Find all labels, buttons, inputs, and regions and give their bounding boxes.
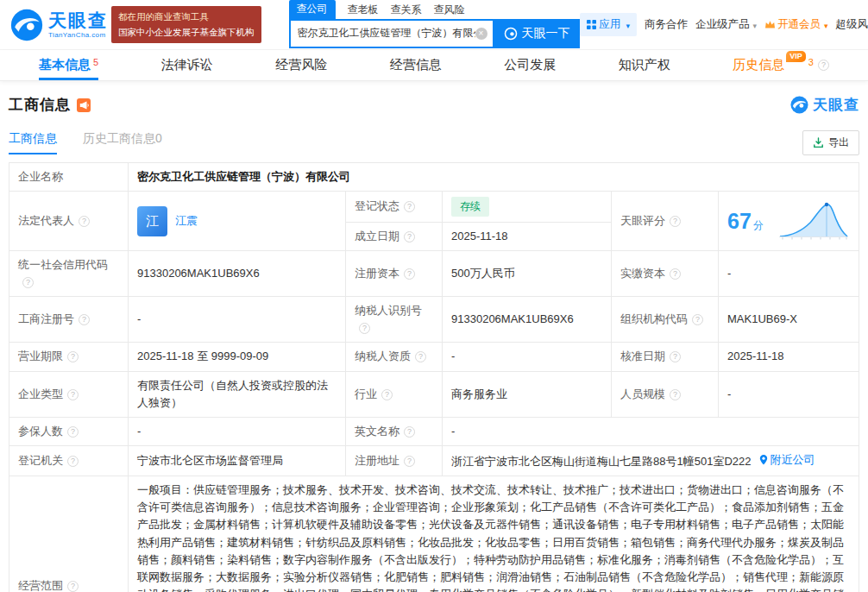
registration-subtabs: 工商信息 历史工商信息0 导出 [9, 130, 859, 155]
field-label-approval-date: 核准日期 [612, 343, 719, 371]
field-label-term: 营业期限 [9, 343, 129, 371]
legal-rep-link[interactable]: 江震 [175, 212, 198, 230]
watermark-logo: 天眼查 [790, 95, 859, 115]
tab-intellectual-property-label: 知识产权 [619, 57, 670, 73]
tab-company-development-label: 公司发展 [504, 57, 556, 73]
staff-size-value: - [719, 371, 859, 417]
field-label-legal-rep: 法定代表人 [9, 192, 129, 251]
help-icon[interactable] [692, 314, 703, 325]
field-label-staff-size: 人员规模 [612, 371, 719, 417]
reg-no-value: - [129, 297, 346, 343]
score-trend-chart [777, 200, 850, 242]
field-label-text: 登记机关 [18, 454, 63, 467]
export-icon [813, 137, 824, 148]
company-type-value: 有限责任公司（自然人投资或控股的法人独资） [129, 371, 346, 417]
help-icon[interactable] [404, 456, 415, 467]
reg-capital-value: 500万人民币 [443, 250, 612, 296]
field-label-text: 实缴资本 [620, 267, 665, 280]
search-tab-company[interactable]: 查公司 [289, 0, 336, 19]
subtab-history-registration[interactable]: 历史工商信息0 [83, 131, 162, 154]
help-icon[interactable] [404, 231, 415, 242]
tab-business-info[interactable]: 经营信息 [390, 50, 442, 80]
header-right-menu: 应用 商务合作 企业级产品 开通会员 超级风.. [580, 13, 868, 36]
help-icon[interactable] [670, 351, 681, 362]
search-tab-risk[interactable]: 查风险 [434, 3, 465, 19]
subtab-business-registration[interactable]: 工商信息 [9, 131, 57, 154]
grid-icon [587, 20, 596, 29]
help-icon[interactable] [404, 268, 415, 280]
tab-company-development[interactable]: 公司发展 [504, 50, 556, 80]
score-cell: 67分 [719, 192, 859, 251]
open-vip-menu[interactable]: 开通会员 [764, 17, 828, 32]
info-icon[interactable] [818, 60, 829, 71]
help-icon[interactable] [415, 351, 426, 362]
field-label-text: 参保人数 [18, 425, 63, 438]
field-label-text: 行业 [355, 387, 377, 400]
search-tab-relation[interactable]: 查关系 [391, 3, 422, 19]
help-icon[interactable] [67, 389, 79, 400]
field-label-org-code: 组织机构代码 [612, 297, 719, 343]
help-icon[interactable] [381, 389, 393, 400]
field-label-text: 天眼评分 [620, 214, 665, 227]
table-row: 法定代表人 江 江震 登记状态 存续 天眼评分 67分 [9, 192, 859, 223]
field-label-industry: 行业 [346, 371, 443, 417]
logo-text-block: 天眼查 TianYanCha.com [48, 11, 108, 39]
search-input[interactable] [298, 28, 475, 40]
help-icon[interactable] [79, 314, 90, 325]
logo-text: 天眼查 [48, 11, 108, 29]
help-icon[interactable] [670, 268, 681, 280]
export-button[interactable]: 导出 [802, 130, 859, 155]
taxpayer-quality-value: - [443, 343, 612, 371]
super-risk-link[interactable]: 超级风.. [836, 17, 868, 32]
field-label-address: 注册地址 [346, 446, 443, 476]
field-label-text: 工商注册号 [18, 312, 74, 325]
clear-search-icon[interactable] [475, 28, 487, 40]
field-label-status: 登记状态 [346, 192, 443, 223]
field-label-text: 人员规模 [620, 387, 665, 400]
apps-menu-button[interactable]: 应用 [580, 13, 638, 36]
table-row: 企业类型 有限责任公司（自然人投资或控股的法人独资） 行业 商务服务业 人员规模… [9, 371, 859, 417]
uscc-value: 91330206MAK1UB69X6 [129, 250, 346, 296]
field-label-insured: 参保人数 [9, 417, 129, 445]
tab-intellectual-property[interactable]: 知识产权 [619, 50, 670, 80]
watermark-logo-icon [790, 96, 808, 114]
help-icon[interactable] [67, 426, 79, 438]
apps-label: 应用 [600, 17, 621, 32]
field-label-text: 登记状态 [355, 199, 399, 212]
chevron-down-icon [625, 19, 631, 31]
avatar[interactable]: 江 [137, 206, 167, 236]
tab-operational-risk[interactable]: 经营风险 [275, 50, 327, 80]
enterprise-products-menu[interactable]: 企业级产品 [695, 17, 757, 32]
search-box[interactable] [289, 19, 494, 48]
subtab-history-count: 0 [155, 131, 162, 145]
help-icon[interactable] [67, 581, 79, 592]
help-icon[interactable] [67, 456, 79, 467]
help-icon[interactable] [359, 323, 370, 334]
section-header: 工商信息 天眼查 [9, 95, 859, 115]
table-row: 经营范围 一般项目：供应链管理服务；技术服务、技术开发、技术咨询、技术交流、技术… [9, 476, 859, 592]
crown-icon [764, 20, 776, 29]
tab-history-info[interactable]: 历史信息 VIP 3 [733, 50, 829, 80]
field-label-business-scope: 经营范围 [9, 476, 129, 592]
tab-basic-info[interactable]: 基本信息 5 [39, 50, 98, 80]
business-cooperation-link[interactable]: 商务合作 [645, 17, 688, 32]
search-button[interactable]: 天眼一下 [494, 19, 580, 48]
tab-legal-proceedings[interactable]: 法律诉讼 [161, 50, 213, 80]
score-value-block: 67分 [727, 205, 764, 238]
open-vip-label: 开通会员 [777, 17, 821, 32]
help-icon[interactable] [670, 216, 681, 227]
field-label-text: 组织机构代码 [620, 312, 688, 325]
help-icon[interactable] [22, 277, 34, 288]
help-icon[interactable] [404, 426, 415, 438]
nearby-companies-link[interactable]: 附近公司 [759, 451, 815, 469]
tianyancha-logo[interactable]: 天眼查 TianYanCha.com [10, 9, 108, 41]
table-row: 营业期限 2025-11-18 至 9999-09-09 纳税人资质 - 核准日… [9, 343, 859, 371]
help-icon[interactable] [404, 201, 415, 212]
address-cell: 浙江省宁波市北仑区梅山街道梅山七星路88号1幢501室D222附近公司 [443, 446, 859, 476]
help-icon[interactable] [67, 351, 79, 362]
help-icon[interactable] [670, 389, 681, 400]
table-row: 统一社会信用代码 91330206MAK1UB69X6 注册资本 500万人民币… [9, 250, 859, 296]
search-tab-boss[interactable]: 查老板 [348, 3, 379, 19]
term-value: 2025-11-18 至 9999-09-09 [129, 343, 346, 371]
help-icon[interactable] [79, 216, 90, 227]
